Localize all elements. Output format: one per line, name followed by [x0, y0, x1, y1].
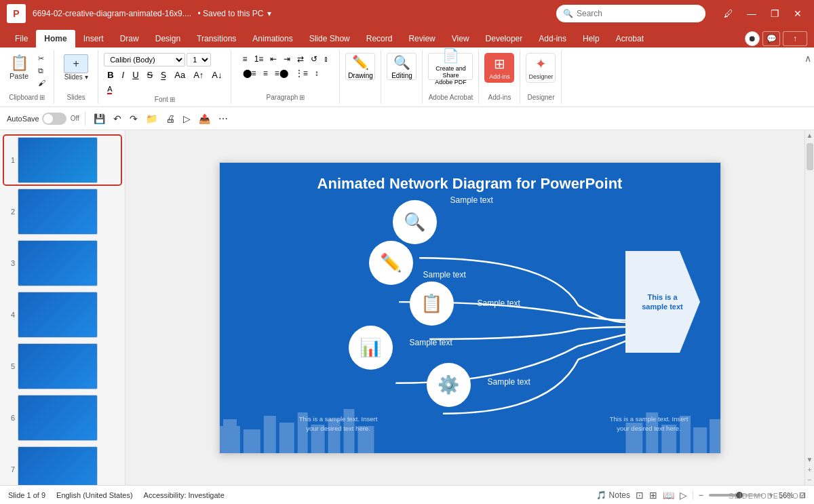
bold-button[interactable]: B [104, 69, 117, 81]
tab-help[interactable]: Help [575, 30, 608, 47]
tab-acrobat[interactable]: Acrobat [608, 30, 652, 47]
notes-button[interactable]: 🎵 Notes [596, 490, 630, 500]
font-color-button[interactable]: A [104, 83, 115, 94]
tab-addins[interactable]: Add-ins [530, 30, 575, 47]
open-button[interactable]: 📁 [143, 112, 160, 125]
reading-view-button[interactable]: 📖 [663, 490, 674, 501]
present-button[interactable]: ▷ [180, 112, 193, 125]
presenter-view-button[interactable]: ▷ [680, 490, 687, 501]
change-case-button[interactable]: Aa [171, 69, 189, 81]
tab-review[interactable]: Review [400, 30, 443, 47]
font-name-select[interactable]: Calibri (Body) [104, 53, 185, 66]
app-logo: P [7, 4, 26, 23]
justify-button[interactable]: ⋮≡ [292, 67, 311, 79]
status-bar: Slide 1 of 9 English (United States) Acc… [0, 485, 814, 504]
ribbon-collapse-button[interactable]: ∧ [805, 53, 811, 64]
comment-button[interactable]: 💬 [762, 31, 780, 46]
clipboard-expand-icon[interactable]: ⊞ [39, 94, 45, 101]
vertical-scrollbar[interactable]: ▲ ▼ + − [805, 130, 814, 485]
format-painter-button[interactable]: 🖌 [35, 77, 48, 88]
ribbon-tabs: File Home Insert Draw Design Transitions… [0, 27, 814, 47]
slide-thumb-6[interactable]: 6 [4, 393, 121, 442]
cut-button[interactable]: ✂ [35, 53, 48, 64]
increase-indent-button[interactable]: ⇥ [281, 53, 293, 65]
share-button[interactable]: ↑ [783, 31, 807, 46]
addins-button[interactable]: ⊞ Add-ins [484, 53, 514, 83]
autosave-toggle[interactable] [42, 113, 66, 125]
close-button[interactable]: ✕ [788, 4, 807, 23]
drawing-button[interactable]: ✏️ Drawing [345, 53, 375, 80]
adobe-button[interactable]: 📄 Create and ShareAdobe PDF [428, 53, 473, 80]
editing-button[interactable]: 🔍 Editing [387, 53, 416, 80]
minimize-button[interactable]: — [742, 4, 761, 23]
tab-developer[interactable]: Developer [478, 30, 531, 47]
paste-button[interactable]: 📋 Paste [5, 53, 33, 81]
line-spacing-button[interactable]: ↕ [312, 67, 322, 79]
tab-file[interactable]: File [7, 30, 36, 47]
search-circle-icon: 🔍 [404, 212, 425, 233]
scroll-down-button[interactable]: ▼ [805, 454, 814, 465]
numbering-button[interactable]: 1≡ [252, 53, 267, 65]
italic-button[interactable]: I [119, 69, 128, 81]
underline-button[interactable]: U [129, 69, 142, 81]
scroll-up-button[interactable]: ▲ [805, 130, 814, 140]
slide-thumb-2[interactable]: 2 [4, 187, 121, 236]
accessibility[interactable]: Accessibility: Investigate [144, 491, 225, 499]
slide-thumb-5[interactable]: 5 [4, 342, 121, 391]
search-input[interactable] [556, 5, 705, 22]
font-increase-button[interactable]: A↑ [190, 69, 207, 81]
tab-transitions[interactable]: Transitions [189, 30, 244, 47]
decrease-indent-button[interactable]: ⇤ [267, 53, 279, 65]
redo-button[interactable]: ↷ [127, 112, 140, 125]
zoom-out-scrollbar-button[interactable]: − [807, 475, 813, 485]
shadow-button[interactable]: S̲ [157, 69, 170, 81]
slide-thumb-1[interactable]: 1 [4, 136, 121, 185]
zoom-out-button[interactable]: − [699, 490, 703, 500]
restore-button[interactable]: ❐ [765, 4, 784, 23]
new-slide-button[interactable]: + Slides ▾ [60, 53, 92, 82]
text-direction-button[interactable]: ⇄ [294, 53, 307, 65]
slide-thumb-7[interactable]: 7 [4, 445, 121, 485]
normal-view-button[interactable]: ⊡ [636, 490, 644, 501]
font-expand-icon[interactable]: ⊞ [170, 96, 175, 103]
zoom-in-scrollbar-button[interactable]: + [807, 465, 813, 475]
paragraph-expand-icon[interactable]: ⊞ [299, 94, 305, 101]
ribbon-group-clipboard: 📋 Paste ✂ ⧉ 🖌 Clipboard ⊞ [0, 50, 54, 104]
font-decrease-button[interactable]: A↓ [208, 69, 225, 81]
tab-record[interactable]: Record [358, 30, 401, 47]
search-wrap: 🔍 [556, 5, 705, 22]
more-toolbar-button[interactable]: ⋯ [216, 112, 231, 125]
slide-thumb-3[interactable]: 3 [4, 239, 121, 288]
tab-design[interactable]: Design [147, 30, 189, 47]
columns-button[interactable]: ⫾ [322, 53, 331, 65]
tab-home[interactable]: Home [36, 30, 75, 47]
font-size-select[interactable]: 18 [187, 53, 211, 66]
tab-view[interactable]: View [444, 30, 478, 47]
tab-insert[interactable]: Insert [75, 30, 112, 47]
tab-slideshow[interactable]: Slide Show [301, 30, 358, 47]
save-button[interactable]: 💾 [91, 112, 108, 125]
slide-thumb-4[interactable]: 4 [4, 290, 121, 339]
undo-button[interactable]: ↶ [111, 112, 124, 125]
align-center-button[interactable]: ≡ [260, 67, 271, 79]
dropdown-icon[interactable]: ▾ [267, 9, 271, 18]
align-left-button[interactable]: ⬤≡ [240, 67, 259, 79]
slide-sorter-button[interactable]: ⊞ [649, 490, 657, 501]
ribbon-group-slides: + Slides ▾ Slides [54, 50, 98, 104]
canvas-area: Animated Network Diagram for PowerPoint [125, 130, 814, 485]
slide-canvas[interactable]: Animated Network Diagram for PowerPoint [219, 162, 721, 454]
bullets-button[interactable]: ≡ [240, 53, 250, 65]
tab-draw[interactable]: Draw [112, 30, 147, 47]
designer-button[interactable]: ✦ Designer [526, 53, 556, 83]
scroll-thumb[interactable] [807, 143, 813, 170]
tab-animations[interactable]: Animations [244, 30, 301, 47]
print-button[interactable]: 🖨 [163, 112, 178, 125]
record-button[interactable]: ⏺ [745, 31, 760, 46]
align-right-button[interactable]: ≡⬤ [272, 67, 291, 79]
strikethrough-button[interactable]: S [144, 69, 157, 81]
pen-button[interactable]: 🖊 [719, 4, 738, 23]
copy-button[interactable]: ⧉ [35, 65, 48, 77]
cut-icon: ✂ [38, 54, 44, 63]
convert-smartart-button[interactable]: ↺ [308, 53, 320, 65]
share-pptx-button[interactable]: 📤 [196, 112, 213, 125]
